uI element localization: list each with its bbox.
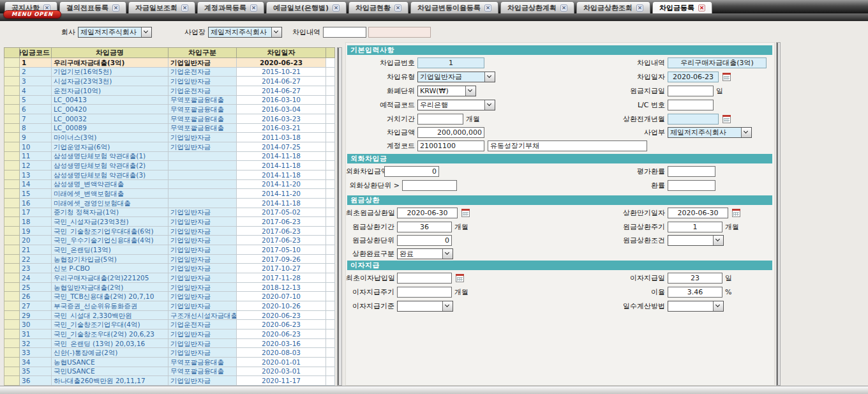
day-count-method-select-button[interactable] (713, 301, 723, 311)
loan-date-cell[interactable]: 2020-11-17 (237, 376, 326, 386)
site-select[interactable]: 제일저지주식회사 (208, 27, 282, 38)
row-selector-cell[interactable] (4, 310, 20, 320)
table-scrollbar[interactable] (337, 47, 342, 386)
filler-cell[interactable] (326, 67, 335, 77)
filler-cell[interactable] (326, 301, 335, 311)
row-selector-cell[interactable] (4, 282, 20, 292)
loan-type-cell[interactable]: 기업일반자금 (168, 226, 237, 236)
loan-code-cell[interactable]: 25 (20, 282, 52, 292)
filler-cell[interactable] (326, 161, 335, 170)
loan-name-cell[interactable]: 시설자금(23억3천) (52, 77, 168, 86)
loan-type-cell[interactable]: 구조개선시설자금대출 (168, 310, 237, 320)
filler-cell[interactable] (326, 358, 335, 367)
loan-date-cell[interactable]: 2020-01-01 (237, 358, 326, 367)
loan-code-cell[interactable]: 16 (20, 198, 52, 208)
loan-name-cell[interactable]: 국민_기술창조우대(2억) 20,6,23 (52, 330, 168, 339)
tab-예금일보(은행별)[interactable]: 예금일보(은행별)× (266, 1, 347, 13)
loan-name-cell[interactable]: LC_00089 (52, 123, 168, 133)
company-select-button[interactable] (141, 27, 151, 37)
loan-row[interactable]: 1우리구매자금대출(3억)기업일반자금2020-06-23 (4, 58, 335, 68)
loan-type-cell[interactable]: 기업일반자금 (168, 330, 237, 339)
repay-cycle-field[interactable]: 1 (668, 222, 722, 232)
loan-code-cell[interactable]: 27 (20, 301, 52, 311)
loan-row[interactable]: 22농협장기차입금(5억)기업일반자금2017-09-26 (4, 254, 335, 264)
calendar-icon[interactable] (722, 115, 731, 123)
loan-code-cell[interactable]: 11 (20, 151, 52, 161)
loan-date-cell[interactable]: 2020-10-26 (237, 301, 326, 311)
row-selector-cell[interactable] (4, 208, 20, 217)
filler-cell[interactable] (326, 142, 335, 151)
repay-complete-select[interactable]: 완료 (397, 248, 453, 259)
loan-type-cell[interactable]: 무역포괄금융대출 (168, 367, 237, 376)
division-select-button[interactable] (741, 128, 751, 137)
loan-row[interactable]: 17중기청 정책자금(1억)기업일반자금2017-05-02 (4, 208, 335, 217)
loan-code-cell[interactable]: 35 (20, 367, 52, 376)
tab-계정과목등록[interactable]: 계정과목등록× (197, 1, 264, 13)
filler-cell[interactable] (326, 58, 335, 68)
loan-date-cell[interactable]: 2015-10-21 (237, 67, 326, 77)
loan-date-cell[interactable]: 2014-11-20 (237, 179, 326, 189)
loan-date-cell[interactable]: 2014-11-18 (237, 170, 326, 179)
loan-code-cell[interactable]: 14 (20, 179, 52, 189)
repay-complete-select-button[interactable] (442, 249, 453, 259)
tab-결의전표등록[interactable]: 결의전표등록× (59, 1, 126, 13)
filler-cell[interactable] (326, 245, 335, 255)
loan-date-cell[interactable]: 2014-06-27 (237, 86, 326, 95)
loan-type-cell[interactable] (168, 198, 237, 208)
row-selector-cell[interactable] (4, 133, 20, 142)
principal-payday-field[interactable] (668, 86, 714, 96)
division-select[interactable]: 제일저지주식회사 (668, 127, 752, 138)
interest-payday-field[interactable]: 23 (668, 273, 722, 284)
exchange-rate-field[interactable] (668, 180, 715, 191)
filler-cell[interactable] (326, 236, 335, 245)
loan-date-field[interactable]: 2020-06-23 (668, 72, 719, 82)
filler-cell[interactable] (326, 292, 335, 301)
loan-name-cell[interactable]: 삼성생명_변액약관대출 (52, 179, 168, 189)
loan-date-cell[interactable]: 2014-11-18 (237, 198, 326, 208)
loan-name-cell[interactable]: 삼성생명단체보험 약관대출(3) (52, 170, 168, 179)
account-name-field[interactable]: 유동성장기부채 (488, 140, 647, 151)
loan-code-cell[interactable]: 9 (20, 133, 52, 142)
loan-type-cell[interactable]: 기업일반자금 (168, 208, 237, 217)
deposit-code-select[interactable]: 우리은행 (417, 100, 495, 110)
loan-code-cell[interactable]: 21 (20, 245, 52, 255)
loan-row[interactable]: 23신보 P-CBO기업일반자금2017-10-27 (4, 264, 335, 273)
day-count-method-select[interactable] (668, 301, 724, 312)
loan-type-cell[interactable]: 기업일반자금 (168, 338, 237, 348)
loan-row[interactable]: 31국민_기술창조우대(2억) 20,6,23기업일반자금2020-06-23 (4, 330, 335, 339)
loan-row[interactable]: 34농협USANCE무역포괄금융대출2020-01-01 (4, 358, 335, 367)
loan-code-cell[interactable]: 22 (20, 254, 52, 264)
tab-close-icon[interactable]: × (333, 4, 340, 11)
deposit-code-select-button[interactable] (484, 100, 495, 110)
filler-cell[interactable] (326, 367, 335, 376)
loan-row[interactable]: 7LC_00032무역포괄금융대출2016-03-23 (4, 114, 335, 123)
loan-code-cell[interactable]: 30 (20, 320, 52, 330)
filler-cell[interactable] (326, 189, 335, 199)
row-selector-cell[interactable] (4, 292, 20, 301)
row-selector-cell[interactable] (4, 114, 20, 123)
row-selector-cell[interactable] (4, 367, 20, 376)
calendar-icon[interactable] (456, 274, 464, 282)
loan-date-cell[interactable]: 2017-10-27 (237, 264, 326, 273)
loan-code-cell[interactable]: 34 (20, 358, 52, 367)
loan-type-cell[interactable] (168, 170, 237, 179)
loan-type-cell[interactable] (168, 179, 237, 189)
loan-name-cell[interactable]: 미래에셋_경영인보험대출 (52, 198, 168, 208)
loan-date-cell[interactable]: 2011-03-18 (237, 133, 326, 142)
loan-type-cell[interactable]: 기업일반자금 (168, 245, 237, 255)
loan-type-cell[interactable]: 기업일반자금 (168, 58, 237, 68)
row-selector-cell[interactable] (4, 338, 20, 348)
loan-name-cell[interactable]: 삼성생명단체보험 약관대출(2) (52, 161, 168, 170)
grace-period-field[interactable] (417, 114, 463, 125)
loan-code-cell[interactable]: 36 (20, 376, 52, 386)
loan-code-cell[interactable]: 10 (20, 142, 52, 151)
tab-close-icon[interactable]: × (698, 4, 705, 11)
loan-code-cell[interactable]: 31 (20, 330, 52, 339)
loan-type-cell[interactable]: 기업일반자금 (168, 77, 237, 86)
filler-cell[interactable] (326, 114, 335, 123)
repay-condition-select-button[interactable] (713, 236, 723, 245)
loan-name-cell[interactable]: 미래에셋_변액보험대출 (52, 189, 168, 199)
loan-row[interactable]: 26국민_TCB신용대출(2억) 20,7,10기업일반자금2020-07-10 (4, 292, 335, 301)
row-selector-cell[interactable] (4, 301, 20, 311)
loan-name-cell[interactable]: 마이너스(3억) (52, 133, 168, 142)
